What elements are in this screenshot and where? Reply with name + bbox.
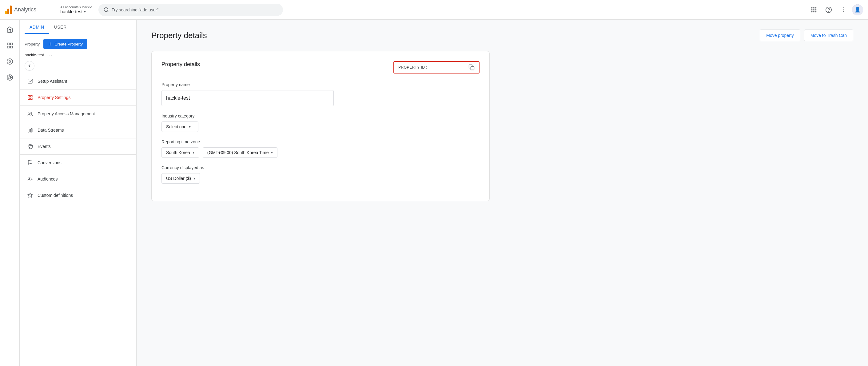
search-bar[interactable] xyxy=(98,4,283,16)
custom-icon xyxy=(27,192,33,199)
create-property-button[interactable]: Create Property xyxy=(43,39,87,49)
more-options-button[interactable] xyxy=(837,4,849,16)
menu-label-conversions: Conversions xyxy=(37,160,62,165)
industry-category-section: Industry category Select one ▾ xyxy=(161,114,479,132)
currency-section: Currency displayed as US Dollar ($) ▾ xyxy=(161,165,479,184)
chevron-down-icon: ▾ xyxy=(84,9,86,14)
check-square-icon xyxy=(27,78,33,84)
apps-button[interactable] xyxy=(808,4,820,16)
currency-value: US Dollar ($) xyxy=(166,176,191,181)
card-title: Property details xyxy=(161,61,200,68)
sidebar-item-conversions[interactable]: Conversions xyxy=(20,156,136,170)
property-name-row: hackle-test · · · xyxy=(20,51,136,60)
svg-point-33 xyxy=(31,113,32,114)
nav-icons: 👤 xyxy=(808,4,863,16)
current-property-name: hackle-test xyxy=(25,53,44,57)
touch-icon xyxy=(27,143,33,150)
sidebar-icon-home[interactable] xyxy=(2,22,17,37)
property-name-label: Property name xyxy=(161,82,479,87)
industry-category-label: Industry category xyxy=(161,114,479,118)
sidebar-icons xyxy=(0,20,20,366)
header-actions: Move property Move to Trash Can xyxy=(760,30,853,41)
search-input[interactable] xyxy=(112,7,278,12)
svg-marker-41 xyxy=(28,193,33,197)
menu-divider-4 xyxy=(20,138,136,139)
svg-rect-3 xyxy=(813,7,814,8)
property-id-label: PROPERTY ID : xyxy=(398,65,465,69)
industry-category-select[interactable]: Select one ▾ xyxy=(161,121,198,132)
svg-point-13 xyxy=(843,7,844,8)
svg-point-38 xyxy=(29,177,30,179)
sidebar-icon-advertising[interactable] xyxy=(2,70,17,85)
sidebar-item-data-streams[interactable]: Data Streams xyxy=(20,123,136,137)
menu-divider-2 xyxy=(20,105,136,106)
property-label: Property xyxy=(25,42,40,47)
svg-rect-29 xyxy=(31,95,32,97)
industry-category-chevron: ▾ xyxy=(189,125,191,129)
property-dots: · · · xyxy=(46,53,52,57)
sidebar-icon-explore[interactable] xyxy=(2,54,17,69)
account-selector[interactable]: All accounts > hackle hackle-test ▾ xyxy=(58,4,95,16)
help-button[interactable] xyxy=(823,4,835,16)
nav-menu: Setup Assistant Property Settings Proper… xyxy=(20,73,136,203)
tab-user[interactable]: USER xyxy=(49,20,72,34)
menu-label-events: Events xyxy=(37,144,51,149)
industry-category-value: Select one xyxy=(166,124,186,129)
sidebar-item-property-settings[interactable]: Property Settings xyxy=(20,91,136,104)
svg-rect-27 xyxy=(28,79,32,83)
sidebar-item-audiences[interactable]: Audiences xyxy=(20,172,136,186)
timezone-country-select[interactable]: South Korea ▾ xyxy=(161,147,199,158)
timezone-value-chevron: ▾ xyxy=(271,150,273,155)
card-header-row: Property details PROPERTY ID : xyxy=(161,61,479,73)
property-header: Property Create Property xyxy=(20,34,136,51)
timezone-value-select[interactable]: (GMT+09:00) South Korea Time ▾ xyxy=(203,147,278,158)
page-title: Property details xyxy=(151,31,207,40)
account-breadcrumb: All accounts > hackle xyxy=(60,5,92,9)
menu-label-property-access: Property Access Management xyxy=(37,111,95,116)
svg-rect-7 xyxy=(815,9,817,10)
details-card: Property details PROPERTY ID : Property … xyxy=(151,51,490,201)
grid-icon xyxy=(27,94,33,100)
page-header: Property details Move property Move to T… xyxy=(151,30,853,41)
sidebar-item-events[interactable]: Events xyxy=(20,140,136,153)
svg-point-15 xyxy=(843,11,844,12)
admin-panel: ADMIN USER Property Create Property hack… xyxy=(20,20,136,366)
svg-rect-35 xyxy=(30,129,31,132)
sidebar-icon-reports[interactable] xyxy=(2,38,17,53)
svg-point-14 xyxy=(843,9,844,10)
menu-label-custom-definitions: Custom definitions xyxy=(37,193,73,198)
svg-point-32 xyxy=(29,112,30,114)
search-icon xyxy=(103,7,109,13)
menu-label-property-settings: Property Settings xyxy=(37,95,70,100)
streams-icon xyxy=(27,127,33,133)
timezone-section: Reporting time zone South Korea ▾ (GMT+0… xyxy=(161,139,479,158)
svg-text:👤: 👤 xyxy=(855,7,861,12)
main-layout: ADMIN USER Property Create Property hack… xyxy=(0,20,868,366)
sidebar-item-setup-assistant[interactable]: Setup Assistant xyxy=(20,74,136,88)
property-name-section: Property name xyxy=(161,82,479,106)
svg-rect-19 xyxy=(10,43,12,45)
property-id-box: PROPERTY ID : xyxy=(394,61,479,73)
property-name-input[interactable] xyxy=(161,90,334,106)
logo-area: Analytics xyxy=(5,5,54,14)
svg-rect-34 xyxy=(28,128,29,132)
svg-rect-4 xyxy=(815,7,817,8)
account-name: hackle-test ▾ xyxy=(60,9,92,14)
tab-admin[interactable]: ADMIN xyxy=(25,20,49,34)
back-btn-row xyxy=(20,60,136,73)
move-to-trash-button[interactable]: Move to Trash Can xyxy=(804,30,853,41)
timezone-row: South Korea ▾ (GMT+09:00) South Korea Ti… xyxy=(161,147,479,158)
currency-chevron: ▾ xyxy=(193,176,195,181)
move-property-button[interactable]: Move property xyxy=(760,30,800,41)
people-icon xyxy=(27,111,33,117)
svg-rect-42 xyxy=(471,67,474,70)
avatar[interactable]: 👤 xyxy=(852,4,863,16)
back-button[interactable] xyxy=(25,61,34,71)
menu-label-audiences: Audiences xyxy=(37,177,58,181)
menu-label-data-streams: Data Streams xyxy=(37,128,64,132)
sidebar-item-custom-definitions[interactable]: Custom definitions xyxy=(20,188,136,202)
copy-icon[interactable] xyxy=(468,64,474,70)
currency-select[interactable]: US Dollar ($) ▾ xyxy=(161,173,200,184)
currency-label: Currency displayed as xyxy=(161,165,479,170)
sidebar-item-property-access[interactable]: Property Access Management xyxy=(20,107,136,121)
